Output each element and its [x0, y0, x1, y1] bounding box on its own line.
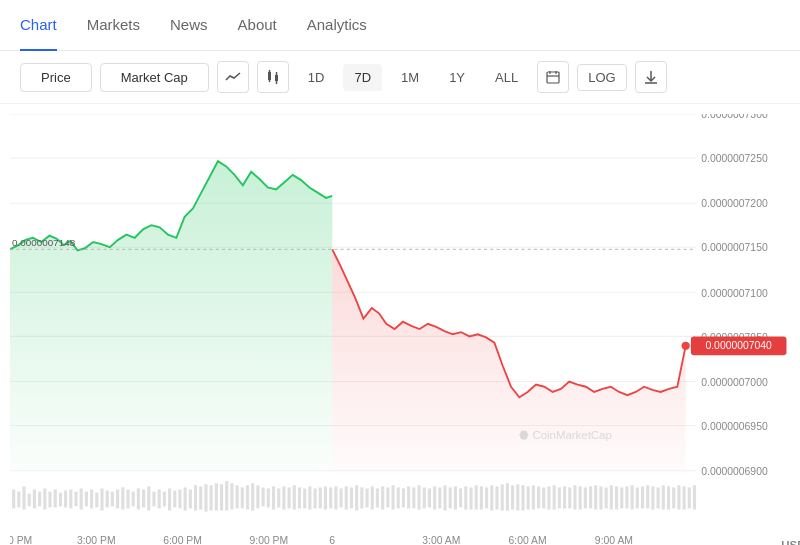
svg-rect-131	[506, 483, 509, 510]
svg-text:0.0000007150: 0.0000007150	[701, 242, 768, 253]
svg-rect-49	[80, 488, 83, 509]
svg-rect-61	[142, 490, 145, 508]
time-1m-button[interactable]: 1M	[390, 64, 430, 91]
svg-rect-112	[407, 486, 410, 508]
main-container: Chart Markets News About Analytics Price…	[0, 0, 800, 545]
svg-rect-125	[475, 485, 478, 509]
svg-rect-89	[288, 487, 291, 508]
svg-rect-106	[376, 488, 379, 507]
svg-rect-47	[69, 490, 72, 509]
svg-rect-76	[220, 484, 223, 510]
svg-rect-122	[459, 488, 462, 507]
svg-rect-74	[210, 485, 213, 510]
svg-rect-164	[677, 485, 680, 509]
svg-rect-97	[329, 487, 332, 508]
svg-rect-40	[33, 490, 36, 509]
svg-rect-99	[340, 488, 343, 507]
svg-text:⬣ CoinMarketCap: ⬣ CoinMarketCap	[519, 429, 611, 441]
line-chart-icon[interactable]	[217, 61, 249, 93]
time-all-button[interactable]: ALL	[484, 64, 529, 91]
svg-rect-156	[636, 487, 639, 508]
svg-rect-139	[547, 486, 550, 509]
nav-tabs: Chart Markets News About Analytics	[0, 0, 800, 51]
svg-rect-166	[688, 487, 691, 508]
svg-rect-72	[199, 486, 202, 509]
svg-rect-87	[277, 488, 280, 507]
svg-rect-157	[641, 486, 644, 508]
svg-rect-167	[693, 485, 696, 509]
svg-rect-0	[268, 72, 271, 80]
candlestick-icon[interactable]	[257, 61, 289, 93]
svg-rect-69	[184, 487, 187, 510]
svg-text:0.0000007040: 0.0000007040	[705, 340, 772, 351]
svg-rect-55	[111, 492, 114, 507]
tab-markets[interactable]: Markets	[87, 0, 140, 51]
svg-text:0.0000006900: 0.0000006900	[701, 466, 768, 477]
svg-rect-149	[599, 486, 602, 509]
svg-rect-45	[59, 493, 62, 507]
svg-rect-68	[178, 490, 181, 509]
svg-rect-75	[215, 483, 218, 510]
tab-analytics[interactable]: Analytics	[307, 0, 367, 51]
svg-rect-70	[189, 490, 192, 509]
svg-rect-140	[553, 485, 556, 509]
svg-rect-135	[527, 486, 530, 509]
svg-rect-57	[121, 487, 124, 509]
svg-rect-117	[433, 486, 436, 509]
svg-rect-63	[152, 492, 155, 507]
tab-about[interactable]: About	[238, 0, 277, 51]
svg-text:3:00 AM: 3:00 AM	[422, 535, 460, 545]
svg-rect-114	[417, 485, 420, 509]
svg-rect-126	[480, 486, 483, 509]
svg-rect-110	[397, 487, 400, 508]
svg-text:0.0000006950: 0.0000006950	[701, 421, 768, 432]
svg-marker-34	[332, 249, 685, 470]
svg-rect-147	[589, 486, 592, 508]
price-button[interactable]: Price	[20, 63, 92, 92]
svg-rect-159	[651, 486, 654, 509]
svg-rect-143	[568, 487, 571, 508]
svg-rect-130	[501, 484, 504, 510]
svg-rect-102	[355, 485, 358, 510]
time-1y-button[interactable]: 1Y	[438, 64, 476, 91]
svg-rect-90	[293, 485, 296, 509]
time-7d-button[interactable]: 7D	[343, 64, 382, 91]
svg-rect-116	[428, 488, 431, 507]
svg-text:12:00 PM: 12:00 PM	[10, 535, 32, 545]
svg-rect-158	[646, 485, 649, 508]
calendar-icon[interactable]	[537, 61, 569, 93]
svg-rect-42	[43, 488, 46, 509]
svg-rect-118	[438, 487, 441, 508]
tab-news[interactable]: News	[170, 0, 208, 51]
svg-rect-39	[28, 494, 31, 507]
chart-area: 0.0000007300 0.0000007250 0.0000007200 0…	[0, 104, 800, 545]
svg-rect-145	[579, 486, 582, 509]
svg-rect-137	[537, 486, 540, 508]
svg-rect-94	[314, 488, 317, 508]
svg-rect-141	[558, 487, 561, 508]
svg-rect-129	[495, 486, 498, 509]
svg-rect-134	[521, 485, 524, 510]
svg-rect-138	[542, 487, 545, 508]
svg-text:6:00 PM: 6:00 PM	[163, 535, 202, 545]
svg-rect-37	[17, 492, 20, 508]
svg-rect-3	[275, 75, 278, 81]
log-button[interactable]: LOG	[577, 64, 626, 91]
svg-rect-66	[168, 488, 171, 510]
svg-text:0.0000007250: 0.0000007250	[701, 153, 768, 164]
svg-text:USD: USD	[781, 539, 800, 545]
svg-rect-65	[163, 492, 166, 507]
svg-rect-113	[412, 487, 415, 508]
time-1d-button[interactable]: 1D	[297, 64, 336, 91]
svg-rect-93	[308, 486, 311, 509]
svg-rect-150	[605, 487, 608, 508]
svg-rect-73	[204, 484, 207, 511]
download-icon[interactable]	[635, 61, 667, 93]
svg-rect-48	[74, 492, 77, 507]
svg-rect-86	[272, 486, 275, 509]
tab-chart[interactable]: Chart	[20, 0, 57, 51]
marketcap-button[interactable]: Market Cap	[100, 63, 209, 92]
price-chart: 0.0000007300 0.0000007250 0.0000007200 0…	[10, 114, 800, 545]
svg-rect-133	[516, 484, 519, 510]
svg-rect-6	[547, 72, 559, 83]
